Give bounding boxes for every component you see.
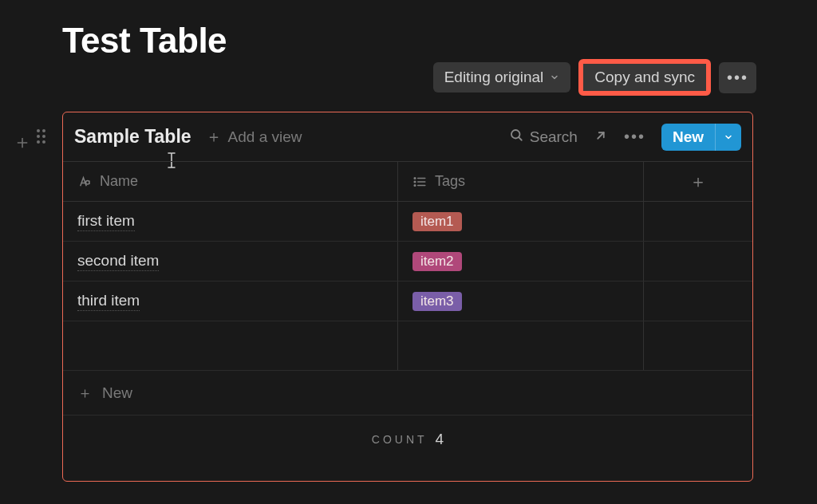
block-toolbar: Editing original Copy and sync ••• <box>433 59 756 96</box>
search-label: Search <box>530 128 578 146</box>
column-header-row: Name Tags ＋ <box>63 162 752 202</box>
name-cell[interactable]: third item <box>63 282 398 321</box>
name-text: third item <box>77 292 140 311</box>
count-value: 4 <box>436 431 444 448</box>
copy-and-sync-button[interactable]: Copy and sync <box>578 59 711 96</box>
svg-point-6 <box>414 181 416 183</box>
title-property-icon <box>77 175 92 189</box>
add-view-button[interactable]: ＋ Add a view <box>206 126 302 148</box>
new-record-button[interactable]: New <box>661 124 741 151</box>
svg-point-7 <box>414 184 416 186</box>
expand-button[interactable] <box>594 128 608 146</box>
multiselect-property-icon <box>412 175 427 189</box>
empty-cell[interactable] <box>644 242 752 281</box>
table-row[interactable]: second item item2 <box>63 242 752 282</box>
empty-area <box>63 321 752 371</box>
database-block: Sample Table ＋ Add a view Search ••• New <box>62 112 753 482</box>
page-title: Test Table <box>62 21 227 61</box>
count-label: Count <box>372 433 428 446</box>
svg-line-1 <box>519 137 521 140</box>
new-row-label: New <box>102 384 132 402</box>
svg-point-5 <box>414 177 416 179</box>
database-more-button[interactable]: ••• <box>624 128 645 146</box>
plus-icon: ＋ <box>13 131 32 152</box>
name-text: second item <box>77 252 159 271</box>
chevron-down-icon <box>550 73 559 82</box>
database-title[interactable]: Sample Table <box>74 126 191 148</box>
tag-chip: item3 <box>412 292 462 311</box>
block-more-button[interactable]: ••• <box>719 62 756 93</box>
new-row-button[interactable]: ＋ New <box>63 371 752 415</box>
tags-cell[interactable]: item3 <box>398 282 644 321</box>
empty-cell[interactable] <box>644 282 752 321</box>
editing-original-label: Editing original <box>444 69 544 86</box>
name-cell[interactable]: second item <box>63 242 398 281</box>
plus-icon: ＋ <box>77 383 93 404</box>
table-row[interactable]: first item item1 <box>63 202 752 242</box>
add-column-button[interactable]: ＋ <box>644 162 752 201</box>
search-button[interactable]: Search <box>509 128 578 146</box>
add-block-button[interactable]: ＋ <box>13 129 32 155</box>
tags-cell[interactable]: item2 <box>398 242 644 281</box>
column-header-tags[interactable]: Tags <box>398 162 644 201</box>
ellipsis-icon: ••• <box>624 128 645 145</box>
database-footer: Count 4 <box>63 415 752 463</box>
table-row[interactable]: third item item3 <box>63 282 752 321</box>
add-view-label: Add a view <box>228 128 302 146</box>
name-text: first item <box>77 212 135 231</box>
plus-icon: ＋ <box>206 126 222 148</box>
copy-and-sync-label: Copy and sync <box>594 69 695 86</box>
column-tags-label: Tags <box>435 173 465 190</box>
new-record-dropdown[interactable] <box>715 124 741 151</box>
editing-original-dropdown[interactable]: Editing original <box>433 62 571 93</box>
new-record-label: New <box>661 124 715 151</box>
empty-cell[interactable] <box>644 202 752 241</box>
tag-chip: item1 <box>412 212 462 231</box>
ellipsis-icon: ••• <box>727 69 748 86</box>
tags-cell[interactable]: item1 <box>398 202 644 241</box>
database-header: Sample Table ＋ Add a view Search ••• New <box>63 112 752 162</box>
drag-handle[interactable] <box>37 129 45 144</box>
tag-chip: item2 <box>412 252 462 271</box>
column-name-label: Name <box>100 173 138 190</box>
search-icon <box>509 128 523 146</box>
column-header-name[interactable]: Name <box>63 162 398 201</box>
name-cell[interactable]: first item <box>63 202 398 241</box>
plus-icon: ＋ <box>689 170 707 194</box>
